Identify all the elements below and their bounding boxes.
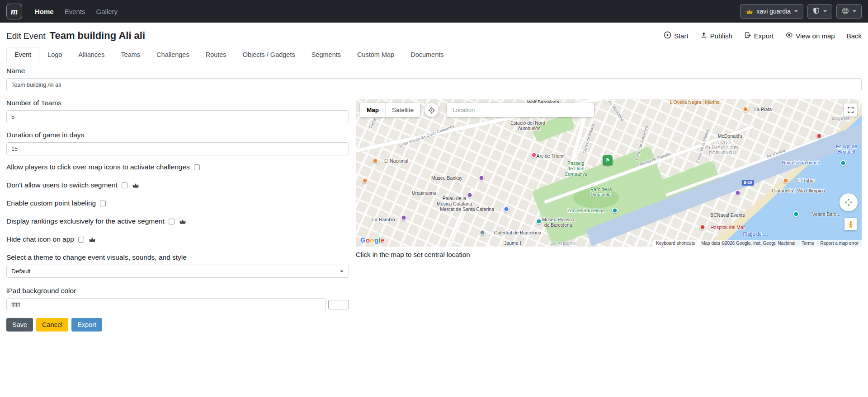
tab-segments[interactable]: Segments [303,47,349,62]
view-on-map-button[interactable]: View on map [785,31,835,40]
location-search-input[interactable] [447,103,594,117]
duration-input[interactable] [6,142,349,155]
map-poi-marker[interactable] [536,219,542,224]
teams-input[interactable] [6,110,349,123]
map-label: Av. d'Icària [766,148,786,159]
name-input[interactable] [6,78,862,91]
terms-link[interactable]: Terms [802,241,814,246]
map-poi-marker[interactable] [504,206,509,212]
box-arrow-icon [744,32,751,40]
premium-crown-icon [89,237,96,243]
checkbox-row-rankings: Display rankings exclusively for the act… [6,217,349,225]
map-type-map-button[interactable]: Map [360,103,385,117]
pegman-button[interactable] [844,218,857,230]
checkbox-label: Enable custom point labeling [6,199,96,207]
theme-select[interactable]: Default [6,265,349,278]
map-label: Ciutadella | Vila Olímpica [772,188,825,193]
nav-item-events[interactable]: Events [59,4,91,19]
map-poi-marker[interactable] [467,192,472,198]
map-poi-marker[interactable] [612,207,618,213]
map-icons-checkbox[interactable] [194,164,200,170]
export-event-button[interactable]: Export [744,32,774,40]
map-poi-marker[interactable] [478,175,484,181]
map-label: Arc de Triomf [537,153,565,159]
nav-item-gallery[interactable]: Gallery [91,4,123,19]
cancel-button[interactable]: Cancel [36,318,68,332]
event-location-marker[interactable]: ⚑ [603,155,613,165]
color-swatch[interactable] [328,300,349,309]
chevron-down-icon [853,10,856,12]
keyboard-shortcuts-link[interactable]: Keyboard shortcuts [656,241,695,246]
tab-documents[interactable]: Documents [402,47,452,62]
user-menu-button[interactable]: xavi guardia [740,4,804,19]
switch-segment-checkbox[interactable] [122,182,127,188]
map-poi-marker[interactable] [840,160,846,166]
tab-challenges[interactable]: Challenges [148,47,198,62]
publish-button[interactable]: Publish [700,32,732,40]
premium-crown-icon [132,182,139,188]
event-tabs: Event Logo Alliances Teams Challenges Ro… [0,44,868,62]
map-poi-marker[interactable] [742,106,748,112]
map-annotations: Wolf BarcelonaL'Ovella Negra | MarinaLa … [356,99,862,247]
map-poi-marker[interactable] [401,215,407,221]
map-poi-marker[interactable] [372,158,378,164]
map-type-satellite-button[interactable]: Satellite [385,103,420,117]
chevron-down-icon [794,10,798,12]
map-poi-marker[interactable] [816,133,822,139]
save-button[interactable]: Save [6,318,33,332]
map-poi-marker[interactable] [362,178,368,184]
back-button[interactable]: Back [847,32,862,40]
map-poi-marker[interactable] [699,224,705,230]
tab-alliances[interactable]: Alliances [70,47,113,62]
map-label: BCNaval Events [710,212,745,218]
map-type-controls: Map Satellite [360,103,420,117]
duration-field-group: Duration of game in days [6,131,349,155]
hide-chat-checkbox[interactable] [78,237,84,243]
start-button[interactable]: Start [664,31,689,40]
custom-labeling-checkbox[interactable] [100,201,106,206]
ipad-color-label: iPad background color [6,287,349,295]
map-label: B-10 [742,180,754,186]
map-poi-marker[interactable] [783,178,789,184]
tab-routes[interactable]: Routes [198,47,235,62]
nav-item-home[interactable]: Home [29,4,59,19]
user-name: xavi guardia [757,8,791,15]
event-form: Name Number of Teams Duration of game in… [0,62,868,332]
geolocate-button[interactable] [425,103,439,117]
rankings-checkbox[interactable] [169,219,175,224]
google-map[interactable]: Wolf BarcelonaL'Ovella Negra | MarinaLa … [356,99,862,247]
ipad-color-input[interactable] [6,298,326,311]
fullscreen-button[interactable] [844,103,857,117]
map-label: Nova Icària beach [782,160,820,165]
tab-objects-gadgets[interactable]: Objects / Gadgets [235,47,303,62]
theme-menu-button[interactable] [807,4,832,19]
premium-crown-icon [179,219,186,224]
app-logo[interactable]: m [6,4,22,19]
pan-control[interactable] [840,193,858,211]
tab-custom-map[interactable]: Custom Map [349,47,402,62]
map-data-text: Map data ©2026 Google, Inst. Geogr. Naci… [701,241,795,246]
map-poi-marker[interactable] [735,190,741,196]
map-label: Estació del Nord - Autobusos [510,120,545,131]
tab-event[interactable]: Event [6,47,39,62]
map-poi-marker[interactable] [479,229,485,235]
page-header: Edit Event Team building Ali ali Start P… [0,23,868,44]
map-label: La Plata [755,107,772,112]
map-poi-marker[interactable] [793,211,799,217]
map-poi-marker[interactable] [531,152,537,158]
name-label: Name [6,67,862,75]
language-menu-button[interactable] [836,4,862,19]
map-label: Zoo de Barcelona [567,208,605,213]
tab-logo[interactable]: Logo [39,47,70,62]
report-error-link[interactable]: Report a map error [821,241,859,246]
main-nav: Home Events Gallery [29,4,123,19]
google-logo[interactable]: Google [360,236,385,244]
map-label: El Tribut [797,178,815,183]
export-button[interactable]: Export [71,318,102,332]
checkbox-label: Hide chat icon on app [6,235,74,243]
page-title: Team building Ali ali [50,30,145,42]
map-label: Passeig de Pujades [637,151,672,168]
map-label: Av. Meridiana [607,99,625,122]
tab-teams[interactable]: Teams [113,47,148,62]
map-label: Platja del ... [743,231,768,237]
